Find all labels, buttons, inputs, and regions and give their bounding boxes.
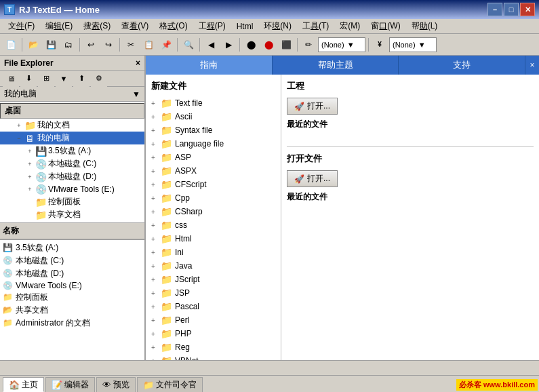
right-panel-tabs: 指南 帮助主题 支持 × (146, 56, 539, 75)
fe-location-dropdown[interactable]: 我的电脑 ▼ (0, 87, 144, 102)
menu-project[interactable]: 工程(P) (193, 19, 231, 33)
list-item-floppy[interactable]: 💾 3.5软盘 (A:) (0, 241, 144, 254)
menu-help[interactable]: 帮助(L) (406, 19, 443, 33)
file-item-syntax[interactable]: + 📁 Syntax file (151, 123, 275, 137)
tb-dropdown2[interactable]: (None) ▼ (389, 37, 437, 52)
editor-icon: 📝 (52, 380, 62, 390)
tb-redo-btn[interactable]: ↪ (100, 37, 117, 53)
file-item-cpp[interactable]: + 📁 Cpp (151, 191, 275, 205)
file-item-pascal[interactable]: + 📁 Pascal (151, 300, 275, 313)
menu-tools[interactable]: 工具(T) (297, 19, 334, 33)
file-explorer-close-btn[interactable]: × (136, 58, 140, 68)
file-item-java[interactable]: + 📁 Java (151, 259, 275, 273)
fe-settings-btn[interactable]: ⚙ (91, 71, 107, 87)
openfile-open-button[interactable]: 🚀 打开... (287, 170, 338, 187)
tb-undo-btn[interactable]: ↩ (83, 37, 99, 53)
tab-support[interactable]: 支持 (399, 56, 525, 75)
tree-item-vmware[interactable]: + 💿 VMware Tools (E:) (0, 183, 144, 195)
bottom-tab-filecommander[interactable]: 📁 文件司令官 (137, 377, 203, 392)
file-item-html[interactable]: + 📁 Html (151, 232, 275, 246)
fe-dropdown-arrow-btn[interactable]: ▼ (56, 71, 72, 87)
list-item-vmwareE[interactable]: 💿 VMware Tools (E:) (0, 280, 144, 291)
tree-item-shareddocs[interactable]: 📁 共享文档 (0, 208, 144, 221)
tree-item-controlpanel[interactable]: 📁 控制面板 (0, 195, 144, 208)
tb-new-btn[interactable]: 📄 (3, 37, 19, 53)
file-item-text[interactable]: + 📁 Text file (151, 96, 275, 110)
file-item-csharp[interactable]: + 📁 CSharp (151, 205, 275, 218)
tree-item-mydocs[interactable]: + 📁 我的文档 (0, 119, 144, 132)
list-item-admin-docs[interactable]: 📁 Administrator 的文档 (0, 317, 144, 330)
tb-find-btn[interactable]: 🔍 (180, 37, 197, 53)
project-open-button[interactable]: 🚀 打开... (287, 98, 338, 115)
menu-html[interactable]: Html (231, 20, 259, 33)
menu-view[interactable]: 查看(V) (116, 19, 154, 33)
file-item-cfscript[interactable]: + 📁 CFScript (151, 178, 275, 191)
file-item-css[interactable]: + 📁 css (151, 218, 275, 232)
file-item-aspx[interactable]: + 📁 ASPX (151, 164, 275, 178)
tree-item-driveD[interactable]: + 💿 本地磁盘 (D:) (0, 170, 144, 183)
file-item-jsp[interactable]: + 📁 JSP (151, 286, 275, 300)
menu-macro[interactable]: 宏(M) (334, 19, 365, 33)
toolbar: 📄 📂 💾 🗂 ↩ ↪ ✂ 📋 📌 🔍 ◀ ▶ ⬤ ⬤ ⬛ ✏ (None) ▼… (0, 34, 539, 56)
menu-file[interactable]: 文件(F) (3, 19, 40, 33)
expand-icon: + (14, 120, 24, 131)
list-item-driveC[interactable]: 💿 本地磁盘 (C:) (0, 254, 144, 267)
file-item-php[interactable]: + 📁 PHP (151, 327, 275, 340)
plus-icon: + (151, 140, 159, 148)
tb-saveall-btn[interactable]: 🗂 (60, 37, 77, 53)
tree-item-mycomputer[interactable]: − 🖥 我的电脑 (0, 132, 144, 144)
file-item-perl[interactable]: + 📁 Perl (151, 313, 275, 327)
bottom-tab-preview[interactable]: 👁 预览 (96, 377, 136, 392)
tb-save-btn[interactable]: 💾 (43, 37, 59, 53)
file-item-language[interactable]: + 📁 Language file (151, 137, 275, 151)
minimize-button[interactable]: – (487, 3, 502, 16)
fe-down-btn[interactable]: ⬇ (20, 71, 37, 87)
tab-help[interactable]: 帮助主题 (273, 56, 399, 75)
file-explorer-panel: File Explorer × 🖥 ⬇ ⊞ ▼ ⬆ ⚙ 我的电脑 ▼ 桌面 (0, 56, 146, 360)
list-item-driveD[interactable]: 💿 本地磁盘 (D:) (0, 267, 144, 280)
folder-icon: 📁 (161, 165, 172, 176)
tree-item-driveC[interactable]: + 💿 本地磁盘 (C:) (0, 157, 144, 170)
tb-next-btn[interactable]: ▶ (220, 37, 237, 53)
right-panel-close-btn[interactable]: × (525, 56, 539, 75)
close-button[interactable]: ✕ (520, 3, 535, 16)
tb-prev-btn[interactable]: ◀ (203, 37, 219, 53)
file-item-ini[interactable]: + 📁 Ini (151, 246, 275, 259)
plus-icon: + (151, 208, 159, 216)
tree-item-floppy[interactable]: + 💾 3.5软盘 (A:) (0, 144, 144, 157)
tb-dropdown1[interactable]: (None) ▼ (318, 37, 365, 52)
expand-icon: + (24, 146, 35, 157)
project-title: 工程 (287, 80, 534, 92)
tab-guide[interactable]: 指南 (146, 56, 273, 75)
file-item-vbnet[interactable]: + 📁 VBNet (151, 354, 275, 360)
file-item-jscript[interactable]: + 📁 JScript (151, 273, 275, 286)
bottom-tab-editor[interactable]: 📝 编辑器 (45, 377, 95, 392)
file-item-ascii[interactable]: + 📁 Ascii (151, 110, 275, 123)
tb-dot3-btn[interactable]: ⬛ (278, 37, 294, 53)
menu-env[interactable]: 环境(N) (258, 19, 297, 33)
menu-search[interactable]: 搜索(S) (78, 19, 116, 33)
file-item-asp[interactable]: + 📁 ASP (151, 151, 275, 164)
list-item-shared-docs[interactable]: 📂 共享文档 (0, 304, 144, 317)
tb-dot1-btn[interactable]: ⬤ (243, 37, 259, 53)
menu-format[interactable]: 格式(O) (154, 19, 193, 33)
menu-window[interactable]: 窗口(W) (365, 19, 405, 33)
menu-edit[interactable]: 编辑(E) (40, 19, 78, 33)
tb-pencil-btn[interactable]: ✏ (300, 37, 317, 53)
tb-cut-btn[interactable]: ✂ (123, 37, 139, 53)
plus-icon: + (151, 113, 159, 121)
list-item-control-panel[interactable]: 📁 控制面板 (0, 291, 144, 304)
tb-open-btn[interactable]: 📂 (25, 37, 41, 53)
tb-paste-btn[interactable]: 📌 (158, 37, 174, 53)
tb-dot2-btn[interactable]: ⬤ (260, 37, 277, 53)
fe-up-btn[interactable]: ⬆ (73, 71, 89, 87)
fe-home-btn[interactable]: 🖥 (3, 71, 19, 87)
tb-sep-3 (119, 38, 120, 52)
tb-tag-btn[interactable]: ¥ (372, 37, 388, 53)
bottom-tab-home[interactable]: 🏠 主页 (3, 377, 44, 392)
tb-copy-btn[interactable]: 📋 (140, 37, 157, 53)
fe-grid-btn[interactable]: ⊞ (38, 71, 54, 87)
folder-icon: 📁 (161, 138, 172, 149)
maximize-button[interactable]: □ (504, 3, 519, 16)
file-item-reg[interactable]: + 📁 Reg (151, 340, 275, 354)
